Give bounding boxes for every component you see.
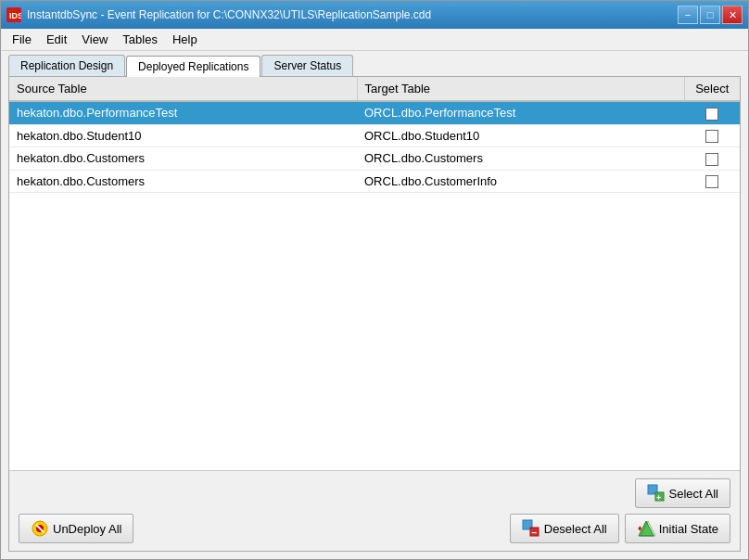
svg-text:+: + [656, 493, 661, 503]
undeploy-all-label: UnDeploy All [53, 522, 121, 536]
deselect-all-label: Deselect All [544, 522, 607, 536]
undeploy-all-button[interactable]: UnDeploy All [19, 514, 133, 543]
window-controls: − □ ✕ [678, 6, 743, 24]
cell-checkbox[interactable] [684, 170, 740, 193]
window-title: InstantdbSync - Event Replication for C:… [27, 8, 431, 21]
deselect-all-button[interactable]: − Deselect All [510, 514, 619, 543]
menu-file[interactable]: File [5, 31, 39, 48]
table-header-row: Source Table Target Table Select [9, 77, 740, 101]
menu-help[interactable]: Help [165, 31, 205, 48]
main-content: Source Table Target Table Select hekaton… [8, 76, 741, 552]
row-checkbox[interactable] [705, 130, 718, 143]
row-checkbox[interactable] [705, 108, 718, 121]
title-bar-left: IDS InstantdbSync - Event Replication fo… [6, 7, 431, 22]
cell-source: hekaton.dbo.Customers [9, 147, 357, 171]
replications-table: Source Table Target Table Select hekaton… [9, 77, 740, 193]
cell-checkbox[interactable] [684, 147, 740, 171]
title-bar: IDS InstantdbSync - Event Replication fo… [1, 1, 748, 29]
menu-bar: File Edit View Tables Help [1, 29, 748, 51]
table-row[interactable]: hekaton.dbo.Student10ORCL.dbo.Student10 [9, 124, 740, 147]
cell-source: hekaton.dbo.Customers [9, 170, 357, 193]
menu-view[interactable]: View [74, 31, 115, 48]
table-row[interactable]: hekaton.dbo.CustomersORCL.dbo.CustomerIn… [9, 170, 740, 193]
table-row[interactable]: hekaton.dbo.PerformanceTestORCL.dbo.Perf… [9, 101, 740, 124]
tab-bar: Replication Design Deployed Replications… [1, 51, 748, 76]
initial-state-label: Initial State [659, 522, 718, 536]
undeploy-icon [31, 519, 49, 538]
col-header-source: Source Table [9, 77, 357, 101]
cell-source: hekaton.dbo.Student10 [9, 124, 357, 147]
tab-server-status[interactable]: Server Status [261, 55, 353, 76]
col-header-target: Target Table [357, 77, 684, 101]
cell-target: ORCL.dbo.Student10 [357, 124, 684, 147]
close-button[interactable]: ✕ [722, 6, 743, 24]
main-window: IDS InstantdbSync - Event Replication fo… [0, 0, 749, 560]
select-all-label: Select All [669, 487, 718, 501]
menu-tables[interactable]: Tables [115, 31, 165, 48]
col-header-select: Select [684, 77, 740, 101]
cell-target: ORCL.dbo.CustomerInfo [357, 170, 684, 193]
maximize-button[interactable]: □ [700, 6, 720, 24]
svg-text:IDS: IDS [9, 11, 21, 20]
app-icon: IDS [6, 7, 21, 22]
initial-state-icon [637, 519, 655, 538]
svg-text:−: − [531, 528, 537, 538]
select-all-button[interactable]: + Select All [635, 478, 730, 508]
select-all-icon: + [647, 484, 666, 503]
cell-target: ORCL.dbo.PerformanceTest [357, 101, 684, 124]
row-checkbox[interactable] [705, 153, 718, 166]
deselect-all-icon: − [522, 519, 540, 538]
cell-checkbox[interactable] [684, 101, 740, 124]
tab-replication-design[interactable]: Replication Design [8, 55, 125, 76]
cell-target: ORCL.dbo.Customers [357, 147, 684, 171]
table-container: Source Table Target Table Select hekaton… [9, 77, 740, 470]
cell-checkbox[interactable] [684, 124, 740, 147]
table-row[interactable]: hekaton.dbo.CustomersORCL.dbo.Customers [9, 147, 740, 171]
menu-edit[interactable]: Edit [39, 31, 74, 48]
tab-deployed-replications[interactable]: Deployed Replications [126, 56, 260, 77]
row-checkbox[interactable] [705, 175, 718, 188]
cell-source: hekaton.dbo.PerformanceTest [9, 101, 357, 124]
minimize-button[interactable]: − [678, 6, 698, 24]
initial-state-button[interactable]: Initial State [625, 514, 730, 543]
